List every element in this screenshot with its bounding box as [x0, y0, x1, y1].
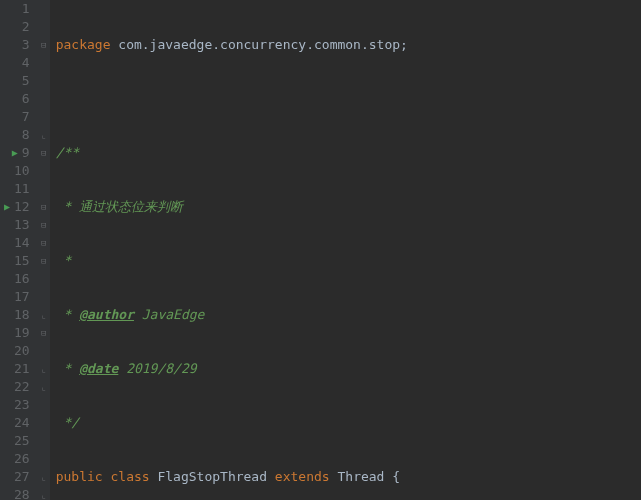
code-line: */ [56, 414, 641, 432]
keyword: package [56, 37, 119, 52]
line-number: 10 [14, 162, 30, 180]
line-number: 24 [14, 414, 30, 432]
gutter-line[interactable]: 24 [4, 414, 30, 432]
fold-marker [38, 108, 50, 126]
javadoc: * [56, 361, 79, 376]
fold-marker[interactable]: ⌞ [38, 378, 50, 396]
keyword: extends [275, 469, 338, 484]
gutter-line[interactable]: 7 [4, 108, 30, 126]
line-number: 2 [22, 18, 30, 36]
fold-marker[interactable]: ⌞ [38, 306, 50, 324]
gutter-line[interactable]: 22 [4, 378, 30, 396]
fold-column: ⊟⌞⊟⊟⊟⊟⊟⌞⊟⌞⌞⌞⌞ [38, 0, 50, 500]
fold-marker [38, 180, 50, 198]
class-name: FlagStopThread [157, 469, 274, 484]
fold-marker [38, 396, 50, 414]
javadoc: * [56, 199, 79, 214]
gutter-line[interactable]: 5 [4, 72, 30, 90]
fold-marker[interactable]: ⌞ [38, 360, 50, 378]
run-icon[interactable]: ▶ [4, 198, 10, 216]
gutter-line[interactable]: 26 [4, 450, 30, 468]
gutter-line[interactable]: 1 [4, 0, 30, 18]
fold-marker[interactable]: ⌞ [38, 486, 50, 500]
line-number: 8 [22, 126, 30, 144]
gutter-line[interactable]: 25 [4, 432, 30, 450]
gutter-line[interactable]: 28 [4, 486, 30, 500]
code-line [56, 90, 641, 108]
fold-marker [38, 342, 50, 360]
gutter-line[interactable]: 20 [4, 342, 30, 360]
javadoc: */ [56, 415, 79, 430]
code-line: * 通过状态位来判断 [56, 198, 641, 216]
line-number: 27 [14, 468, 30, 486]
fold-marker [38, 270, 50, 288]
package-path: com.javaedge.concurrency.common.stop; [118, 37, 408, 52]
line-number: 19 [14, 324, 30, 342]
code-line: /** [56, 144, 641, 162]
fold-marker[interactable]: ⊟ [38, 216, 50, 234]
fold-marker[interactable]: ⌞ [38, 468, 50, 486]
gutter-line[interactable]: 8 [4, 126, 30, 144]
code-line: * [56, 252, 641, 270]
gutter-line[interactable]: 16 [4, 270, 30, 288]
gutter-line[interactable]: 14 [4, 234, 30, 252]
fold-marker [38, 54, 50, 72]
javadoc-author: JavaEdge [134, 307, 204, 322]
gutter-line[interactable]: 6 [4, 90, 30, 108]
fold-marker [38, 72, 50, 90]
fold-marker [38, 432, 50, 450]
line-number: 26 [14, 450, 30, 468]
line-number: 18 [14, 306, 30, 324]
javadoc: /** [56, 145, 79, 160]
line-number: 5 [22, 72, 30, 90]
fold-marker[interactable]: ⊟ [38, 234, 50, 252]
line-number-gutter: 12345678▶91011▶1213141516171819202122232… [0, 0, 38, 500]
line-number: 13 [14, 216, 30, 234]
gutter-line[interactable]: 11 [4, 180, 30, 198]
line-number: 6 [22, 90, 30, 108]
fold-marker [38, 450, 50, 468]
keyword: class [110, 469, 157, 484]
gutter-line[interactable]: 18 [4, 306, 30, 324]
gutter-line[interactable]: 17 [4, 288, 30, 306]
fold-marker [38, 162, 50, 180]
gutter-line[interactable]: 15 [4, 252, 30, 270]
gutter-line[interactable]: 27 [4, 468, 30, 486]
fold-marker [38, 18, 50, 36]
fold-marker[interactable]: ⊟ [38, 36, 50, 54]
gutter-line[interactable]: 23 [4, 396, 30, 414]
javadoc-date: 2019/8/29 [118, 361, 196, 376]
fold-marker[interactable]: ⊟ [38, 324, 50, 342]
javadoc-tag: @author [79, 307, 134, 322]
gutter-line[interactable]: 3 [4, 36, 30, 54]
javadoc: * [56, 253, 72, 268]
gutter-line[interactable]: 10 [4, 162, 30, 180]
line-number: 11 [14, 180, 30, 198]
fold-marker[interactable]: ⊟ [38, 198, 50, 216]
fold-marker[interactable]: ⊟ [38, 144, 50, 162]
gutter-line[interactable]: ▶12 [4, 198, 30, 216]
gutter-line[interactable]: 19 [4, 324, 30, 342]
fold-marker [38, 0, 50, 18]
fold-marker [38, 288, 50, 306]
line-number: 12 [14, 198, 30, 216]
code-area[interactable]: package com.javaedge.concurrency.common.… [50, 0, 641, 500]
line-number: 14 [14, 234, 30, 252]
line-number: 17 [14, 288, 30, 306]
line-number: 22 [14, 378, 30, 396]
fold-marker[interactable]: ⊟ [38, 252, 50, 270]
gutter-line[interactable]: ▶9 [4, 144, 30, 162]
gutter-line[interactable]: 4 [4, 54, 30, 72]
line-number: 1 [22, 0, 30, 18]
line-number: 23 [14, 396, 30, 414]
line-number: 20 [14, 342, 30, 360]
gutter-line[interactable]: 21 [4, 360, 30, 378]
gutter-line[interactable]: 2 [4, 18, 30, 36]
line-number: 28 [14, 486, 30, 500]
fold-marker[interactable]: ⌞ [38, 126, 50, 144]
javadoc-tag: @date [79, 361, 118, 376]
line-number: 16 [14, 270, 30, 288]
fold-marker [38, 90, 50, 108]
gutter-line[interactable]: 13 [4, 216, 30, 234]
run-icon[interactable]: ▶ [12, 144, 18, 162]
